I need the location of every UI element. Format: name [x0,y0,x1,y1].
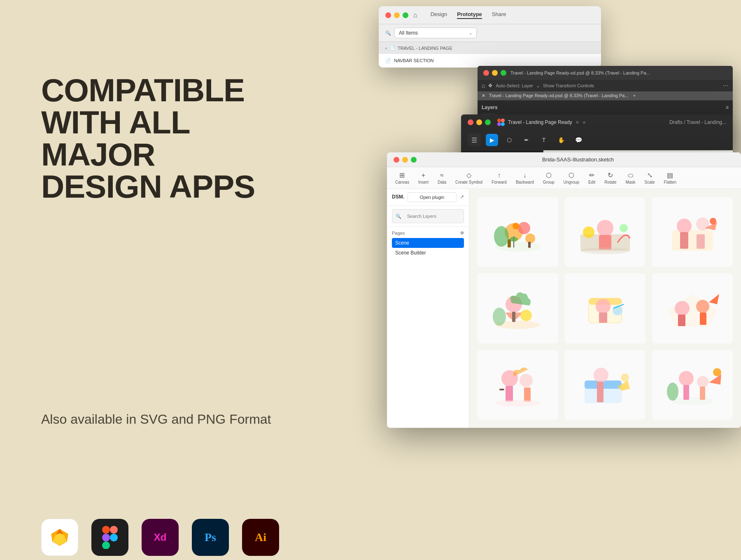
sketch-tool-forward[interactable]: ↑ Forward [488,170,510,186]
ps-window-title: Travel - Landing Page Ready-xd.psd @ 8.3… [510,70,727,75]
illustration-4 [489,286,547,331]
sketch-add-page-icon[interactable]: ⊕ [460,230,464,236]
forward-icon: ↑ [498,172,501,179]
svg-point-68 [697,376,708,387]
svg-point-56 [520,374,533,387]
figma-close-tab-icon[interactable]: ✕ [576,120,579,125]
sketch-tool-edit[interactable]: ✏ Edit [585,170,599,186]
sketch-tool-scale[interactable]: ⤡ Scale [641,170,658,186]
svg-point-39 [710,218,716,224]
fullscreen-button[interactable] [403,12,408,18]
sketch-fullscreen-button[interactable] [411,157,417,163]
sketch-tool-backward[interactable]: ↓ Backward [513,170,537,186]
figma-text-tool[interactable]: T [538,134,550,146]
sketch-tool-data[interactable]: ≈ Data [434,170,450,186]
illus-cell-3 [652,197,733,267]
ps-minimize-button[interactable] [492,70,498,76]
sketch-pages-controls[interactable]: ⊕ [460,230,464,236]
sketch-tool-flatten[interactable]: ▤ Flatten [661,170,680,186]
ps-dropdown-icon[interactable]: ⌄ [536,84,540,88]
svg-point-29 [597,220,613,236]
app-icon-sketch [41,519,78,556]
svg-point-59 [495,400,541,406]
sketch-tool-canvas[interactable]: ⊞ Canvas [392,170,412,186]
ps-layers-label: Layers [482,105,498,110]
app-icon-ai: Ai [242,519,279,556]
sketch-pages-label: Pages [392,231,405,236]
figma-breadcrumb: Drafts / Travel - Landing... [669,119,726,125]
ps-panel-menu-icon[interactable]: ≡ [726,105,729,110]
sketch-tool-mask[interactable]: ⬭ Mask [622,170,639,186]
ps-close-button[interactable] [483,70,489,76]
illustration-5 [576,286,634,331]
figma-minimize-button[interactable] [476,119,482,125]
figma-select-tool[interactable]: ▶ [486,134,498,146]
canvas-icon: ⊞ [399,171,405,179]
svg-rect-48 [599,313,607,323]
figma-pen-tool[interactable]: ✒ [520,134,533,146]
svg-point-51 [675,301,690,316]
sketch-tool-group[interactable]: ⬡ Group [540,170,558,186]
ps-add-tab-icon[interactable]: + [633,93,636,98]
illus-cell-2 [565,197,645,267]
svg-rect-53 [678,315,685,326]
sketch-tool-ungroup[interactable]: ⬡ Ungroup [560,170,583,186]
svg-rect-70 [700,387,705,400]
xd-tab-share[interactable]: Share [492,11,506,19]
ps-close-tab-icon[interactable]: ✕ [482,93,485,98]
svg-rect-64 [597,382,604,402]
sketch-search-input[interactable] [404,212,460,221]
svg-point-17 [501,122,505,126]
illus-cell-8 [565,350,645,420]
sketch-page-scene-builder[interactable]: Scene Builder [392,248,464,258]
sketch-traffic-lights [394,157,417,163]
figma-add-tab-icon[interactable]: + [583,119,586,126]
ps-transform-label: Show Transform Controls [543,83,594,88]
sketch-tool-rotate[interactable]: ↻ Rotate [601,170,620,186]
figma-hand-tool[interactable]: ✋ [555,134,567,146]
svg-point-72 [667,383,678,401]
xd-tab-prototype[interactable]: Prototype [457,11,482,19]
sketch-sidebar: DSM. Open plugin ↗ 🔍 Pages ⊕ Sce [387,189,469,428]
illustration-9 [664,362,721,407]
ps-move-icon[interactable]: ✥ [488,83,492,89]
svg-rect-12 [102,541,110,549]
xd-breadcrumb-text: TRAVEL - LANDING PAGE [398,46,452,51]
illustration-2 [576,210,634,255]
ungroup-icon: ⬡ [569,171,574,179]
close-button[interactable] [385,12,391,18]
figma-comment-tool[interactable]: 💬 [572,134,585,146]
app-icon-figma [91,519,128,556]
ps-fullscreen-button[interactable] [501,70,506,76]
home-icon[interactable]: ⌂ [413,12,417,19]
figma-traffic-lights [468,119,491,125]
svg-point-13 [110,534,118,541]
svg-point-65 [621,373,629,382]
xd-tab-design[interactable]: Design [431,11,447,19]
figma-frame-tool[interactable]: ⬡ [503,134,515,146]
figma-menu-btn[interactable]: ☰ [468,133,481,147]
main-heading: COMPATIBLE WITH ALL MAJOR DESIGN APPS [41,74,280,203]
sketch-minimize-button[interactable] [402,157,408,163]
sketch-tool-create-symbol[interactable]: ◇ Create Symbol [452,170,486,186]
svg-rect-37 [680,232,688,249]
svg-point-32 [620,224,628,232]
figma-close-button[interactable] [468,119,473,125]
figma-fullscreen-button[interactable] [485,119,491,125]
left-section: COMPATIBLE WITH ALL MAJOR DESIGN APPS [41,74,280,203]
svg-point-20 [518,222,530,234]
illustration-7 [489,362,547,407]
xd-traffic-lights [385,12,408,18]
sketch-close-button[interactable] [394,157,399,163]
xd-search-bar[interactable]: All Items ⌄ [394,28,477,38]
sketch-tool-insert[interactable]: + Insert [415,170,432,186]
sketch-open-plugin-btn[interactable]: Open plugin [408,192,457,202]
sketch-page-scene[interactable]: Scene [392,238,464,248]
illustration-1 [489,210,547,255]
sketch-search-area: 🔍 [387,206,469,227]
edit-icon: ✏ [589,171,594,179]
minimize-button[interactable] [394,12,400,18]
illus-cell-6 [652,273,733,343]
svg-rect-34 [672,230,713,251]
ps-logo-text: Ps [205,531,216,544]
